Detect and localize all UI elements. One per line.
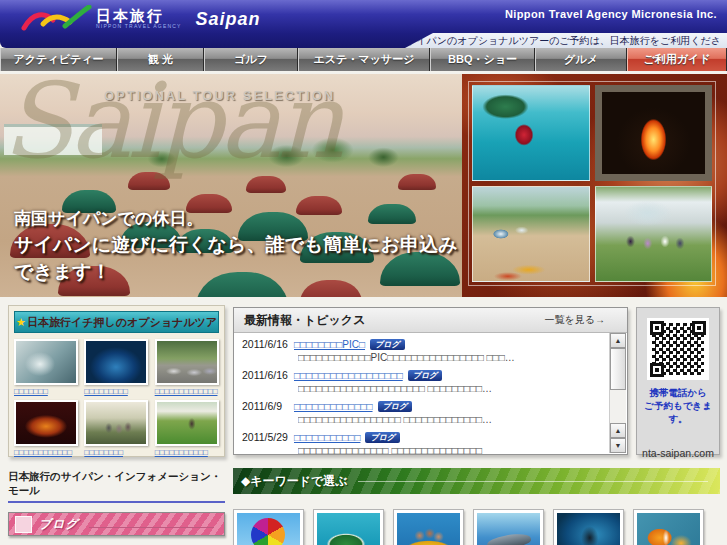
news-item: 2011/6/16□□□□□□□□□□□□□□□□□□ブログ □□□□□□□□□… <box>242 369 606 395</box>
nav-sightseeing[interactable]: 観 光 <box>117 48 204 71</box>
news-box: 最新情報・トピックス 一覧を見る→ 2011/6/16□□□□□□□□PIC□ブ… <box>233 307 628 455</box>
beach-kayak-photo <box>472 186 590 282</box>
blog-badge: ブログ <box>370 339 405 350</box>
hero-bbq-background <box>462 74 727 297</box>
hero-headline-1: 南国サイパンでの休日。 <box>14 207 462 231</box>
parasailing-thumb[interactable] <box>233 509 304 545</box>
tour-link[interactable]: □□□□□□□□□□□□□ <box>155 387 219 396</box>
news-link[interactable]: □□□□□□□□PIC□ <box>294 339 365 350</box>
news-link[interactable]: □□□□□□□□□□□□□ <box>294 401 373 412</box>
header-tagline: サイパンのオプショナルツアーのご予約は、日本旅行をご利用ください。 <box>405 33 727 48</box>
news-list: 2011/6/16□□□□□□□□PIC□ブログ □□□□□□□□□□□□PIC… <box>234 333 610 454</box>
grotto-dive-thumb[interactable] <box>84 339 148 385</box>
news-date: 2011/6/16 <box>242 338 294 351</box>
tour-link[interactable]: □□□□□□□□ <box>84 448 148 457</box>
site-header: 日本旅行 NIPPON TRAVEL AGENCY Saipan Nippon … <box>0 0 727 48</box>
car-rental-thumb[interactable] <box>155 339 219 385</box>
news-date: 2011/5/29 <box>242 431 294 444</box>
hero-headline-2: サイパンに遊びに行くなら、誰でも簡単にお申込みできます！ <box>14 231 462 285</box>
logo-text: 日本旅行 <box>96 8 182 23</box>
keyword-section: ◆キーワードで選ぶ <box>233 468 720 545</box>
clownfish-thumb[interactable] <box>633 509 704 545</box>
main-nav: アクティビティー 観 光 ゴルフ エステ・マッサージ BBQ・ショー グルメ ご… <box>0 48 727 71</box>
news-scrollbar[interactable]: ▲ ▲ ▼ <box>609 333 626 453</box>
banana-boat-thumb[interactable] <box>393 509 464 545</box>
company-name: Nippon Travel Agency Micronesia Inc. <box>505 8 717 20</box>
mobile-text-line2: ご予約もできます。 <box>637 399 719 425</box>
news-title: 最新情報・トピックス <box>234 312 365 329</box>
featured-tour-item[interactable]: □□□□□□□□□□□ <box>155 400 219 457</box>
nav-bbq-show[interactable]: BBQ・ショー <box>430 48 535 71</box>
scroll-up-button[interactable]: ▲ <box>610 333 626 348</box>
tour-link[interactable]: □□□□□□□□□□□□ <box>14 448 78 457</box>
tour-link[interactable]: □□□□□□□□□□□ <box>155 448 219 457</box>
lagoon-parasail-photo <box>472 85 590 181</box>
news-item: 2011/6/9□□□□□□□□□□□□□ブログ □□□□□□□□□□□□□□□… <box>242 400 606 426</box>
news-link[interactable]: □□□□□□□□□□□□□□□□□□ <box>294 370 403 381</box>
blog-badge: ブログ <box>378 401 413 412</box>
mobile-text-line1: 携帯電話から <box>637 386 719 399</box>
featured-tours-grid: □□□□□□□ □□□□□□□□□ □□□□□□□□□□□□□ □□□□□□□□… <box>14 339 219 457</box>
hero-photo-collage <box>472 85 712 282</box>
blog-badge: ブログ <box>365 432 400 443</box>
nav-esthe-massage[interactable]: エステ・マッサージ <box>298 48 430 71</box>
featured-tour-item[interactable]: □□□□□□□□ <box>84 400 148 457</box>
featured-tours-box: ★日本旅行イチ押しのオプショナルツアー □□□□□□□ □□□□□□□□□ □□… <box>8 305 225 457</box>
tour-link[interactable]: □□□□□□□ <box>14 387 78 396</box>
news-header: 最新情報・トピックス 一覧を見る→ <box>234 308 627 333</box>
blog-badge: ブログ <box>408 370 443 381</box>
blog-button-label: ブログ <box>39 516 79 533</box>
star-icon: ★ <box>16 316 26 328</box>
mobile-reservation-box: 携帯電話から ご予約もできます。 nta-saipan.com <box>636 307 720 455</box>
news-excerpt: □□□□□□□□□□□□□□□ □□□□□□□□□□□□□□□ <box>298 444 606 454</box>
bbq-fire-photo <box>595 85 713 181</box>
featured-tours-header: ★日本旅行イチ押しのオプショナルツアー <box>14 311 219 333</box>
island-thumb[interactable] <box>313 509 384 545</box>
keyword-banner-rule <box>358 481 708 482</box>
news-date: 2011/6/9 <box>242 400 294 413</box>
featured-tour-item[interactable]: □□□□□□□□□ <box>84 339 148 396</box>
golf-thumb[interactable] <box>155 400 219 446</box>
news-item: 2011/5/29□□□□□□□□□□□ブログ □□□□□□□□□□□□□□□ … <box>242 431 606 454</box>
nav-activities[interactable]: アクティビティー <box>0 48 117 71</box>
page-root: 日本旅行 NIPPON TRAVEL AGENCY Saipan Nippon … <box>0 0 727 545</box>
garden-tour-thumb[interactable] <box>84 400 148 446</box>
blog-button[interactable]: ブログ <box>8 512 225 536</box>
featured-tour-item[interactable]: □□□□□□□□□□□□ <box>14 400 78 457</box>
tour-link[interactable]: □□□□□□□□□ <box>84 387 148 396</box>
keyword-banner: ◆キーワードで選ぶ <box>233 468 720 494</box>
diving-thumb[interactable] <box>553 509 624 545</box>
news-link[interactable]: □□□□□□□□□□□ <box>294 432 360 443</box>
dolphin-thumb[interactable] <box>473 509 544 545</box>
keyword-banner-title: ◆キーワードで選ぶ <box>241 473 348 490</box>
dinner-show-thumb[interactable] <box>14 400 78 446</box>
site-name: Saipan <box>196 9 261 30</box>
keyword-thumb-row <box>233 509 720 545</box>
mobile-site-url: nta-saipan.com <box>637 447 719 459</box>
blog-button-rule <box>89 527 214 528</box>
logo-swoosh-icon <box>20 5 94 33</box>
featured-tour-item[interactable]: □□□□□□□□□□□□□ <box>155 339 219 396</box>
featured-tour-item[interactable]: □□□□□□□ <box>14 339 78 396</box>
hero-kicker: OPTIONAL TOUR SELECTION <box>104 88 335 103</box>
blog-button-icon <box>15 516 32 533</box>
news-excerpt: □□□□□□□□□□□□□□□□□ □□□□□□□□□□□□□… <box>298 413 606 426</box>
scroll-down-button[interactable]: ▼ <box>610 438 626 453</box>
info-mall-title: 日本旅行のサイパン・インフォメーション・モール <box>8 470 225 503</box>
nav-golf[interactable]: ゴルフ <box>204 48 298 71</box>
nav-gourmet[interactable]: グルメ <box>535 48 627 71</box>
qr-code <box>647 318 709 380</box>
news-view-all-link[interactable]: 一覧を見る→ <box>545 313 627 327</box>
hero-caption: 南国サイパンでの休日。 サイパンに遊びに行くなら、誰でも簡単にお申込みできます！ <box>14 207 462 285</box>
news-date: 2011/6/16 <box>242 369 294 382</box>
logo[interactable]: 日本旅行 NIPPON TRAVEL AGENCY Saipan <box>20 5 261 33</box>
news-excerpt: □□□□□□□□□□□□□□□□□□□□□ □□□□□□□□□… <box>298 382 606 395</box>
nav-user-guide[interactable]: ご利用ガイド <box>627 48 727 71</box>
news-excerpt: □□□□□□□□□□□□PIC□□□□□□□□□□□□□□□□ □□□… <box>298 351 606 364</box>
scrollbar-thumb[interactable] <box>610 348 626 390</box>
scroll-up-button-bottom[interactable]: ▲ <box>610 423 626 438</box>
news-item: 2011/6/16□□□□□□□□PIC□ブログ □□□□□□□□□□□□PIC… <box>242 338 606 364</box>
aquarium-thumb[interactable] <box>14 339 78 385</box>
group-tour-photo <box>595 186 713 282</box>
hero-beach-photo: Saipan OPTIONAL TOUR SELECTION 南国サイパンでの休… <box>0 74 462 297</box>
